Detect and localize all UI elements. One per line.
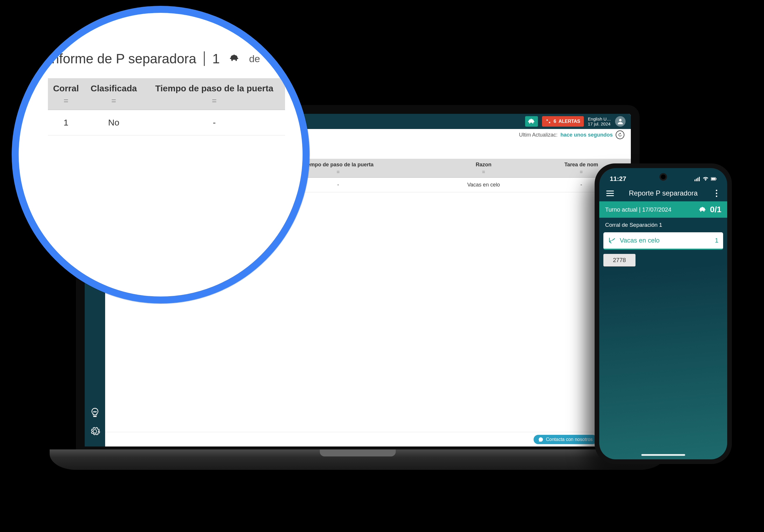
mag-header: Informe de P separadora 1 de 1 (48, 51, 285, 66)
language-date[interactable]: English U… 17 jul. 2024 (588, 116, 611, 127)
section-label: Corral de Separación 1 (599, 218, 727, 232)
alerts-button[interactable]: 6 ALERTAS (542, 116, 584, 127)
mag-col-clasificada[interactable]: Clasificada (84, 78, 144, 95)
svg-rect-4 (699, 177, 700, 181)
topbar-date: 17 jul. 2024 (588, 121, 611, 126)
phone-frame: 11:27 Reporte P separadora Turno actual … (595, 163, 732, 464)
phone-camera (661, 175, 666, 179)
menu-button[interactable] (606, 191, 615, 196)
reason-card[interactable]: Vacas en celo 1 (603, 232, 723, 250)
more-button[interactable] (712, 190, 721, 197)
phone-screen: 11:27 Reporte P separadora Turno actual … (599, 168, 727, 459)
mag-total: 1 (268, 53, 273, 65)
col-razon[interactable]: Razon (436, 159, 531, 169)
tips-icon[interactable] (90, 407, 100, 419)
update-ago: hace unos segundos (560, 132, 613, 138)
phone-topbar: Reporte P separadora (599, 185, 727, 201)
mag-de: de (249, 53, 260, 65)
mag-cell-clasificada: No (84, 110, 144, 135)
wifi-icon (703, 177, 708, 181)
user-avatar[interactable] (615, 116, 626, 127)
divider (204, 51, 205, 66)
footer: Contacta con nosotros | Acerc (105, 432, 631, 447)
home-indicator[interactable] (641, 454, 685, 456)
svg-rect-1 (694, 180, 695, 181)
svg-rect-2 (696, 179, 697, 181)
alerts-count: 6 (554, 119, 556, 124)
contact-label: Contacta con nosotros (546, 437, 593, 442)
shift-count: 0/1 (710, 205, 721, 214)
cow-indicator-button[interactable] (525, 116, 538, 127)
status-time: 11:27 (610, 175, 626, 183)
cell-razon: Vacas en celo (436, 178, 531, 192)
mag-count: 1 (212, 51, 220, 66)
cow-run-icon (698, 206, 708, 213)
mag-cell-tiempo: - (143, 110, 285, 135)
table-row[interactable]: 1 No - (48, 110, 285, 135)
phone-title: Reporte P separadora (629, 189, 698, 197)
settings-icon[interactable] (90, 426, 100, 438)
update-label: Ultim Actualizac: (519, 132, 557, 138)
mag-title: Informe de P separadora (48, 51, 196, 66)
contact-button[interactable]: Contacta con nosotros (534, 435, 597, 444)
laptop-base (50, 450, 666, 470)
language-label: English U… (588, 116, 611, 121)
svg-rect-3 (697, 178, 698, 181)
filter-razon[interactable]: = (436, 169, 531, 178)
svg-rect-7 (716, 178, 717, 180)
mag-table: Corral Clasificada Tiempo de paso de la … (48, 78, 285, 135)
mag-filter[interactable]: = (84, 95, 144, 110)
mag-col-corral[interactable]: Corral (48, 78, 84, 95)
mag-filter[interactable]: = (143, 95, 285, 110)
card-label: Vacas en celo (620, 237, 660, 244)
mag-cell-corral: 1 (48, 110, 84, 135)
battery-icon (711, 177, 717, 181)
mag-col-tiempo[interactable]: Tiempo de paso de la puerta (143, 78, 285, 95)
mag-filter[interactable]: = (48, 95, 84, 110)
alerts-label: ALERTAS (558, 119, 580, 124)
cow-icon (228, 53, 242, 64)
magnifier-lens: Informe de P separadora 1 de 1 Corral Cl… (12, 6, 309, 304)
svg-point-0 (619, 119, 622, 121)
shift-label: Turno actual | 17/07/2024 (605, 206, 671, 213)
refresh-button[interactable] (616, 130, 624, 139)
card-count: 1 (715, 237, 718, 244)
shift-bar[interactable]: Turno actual | 17/07/2024 0/1 (599, 201, 727, 218)
signal-icon (694, 177, 700, 181)
svg-rect-6 (711, 178, 715, 180)
sort-gate-icon (608, 236, 616, 244)
cow-id-chip[interactable]: 2778 (603, 254, 636, 266)
